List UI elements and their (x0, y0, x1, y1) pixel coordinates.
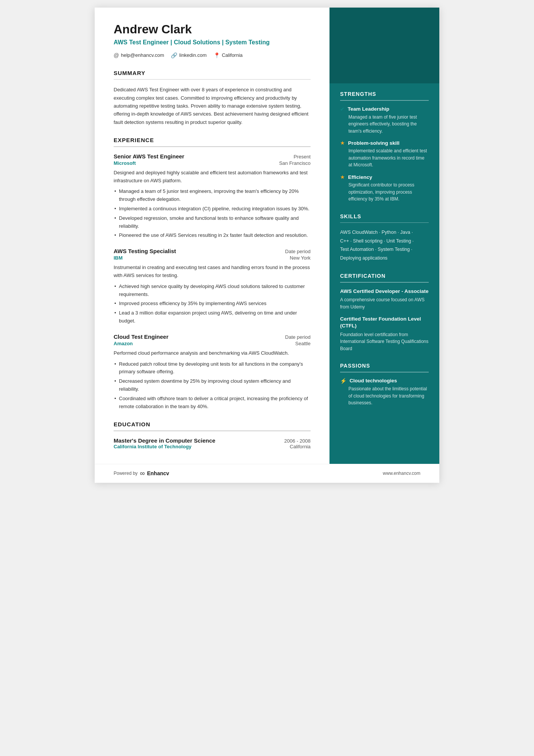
strength2-desc: Implemented scalable and efficient test … (340, 147, 429, 169)
email-icon: @ (114, 52, 119, 58)
header: Andrew Clark AWS Test Engineer | Cloud S… (114, 23, 311, 58)
email-contact: @ help@enhancv.com (114, 52, 164, 58)
education-title: EDUCATION (114, 421, 311, 427)
footer: Powered by ∞ Enhancv www.enhancv.com (95, 464, 439, 483)
cert-item-1: AWS Certified Developer - Associate A co… (340, 288, 429, 310)
strengths-divider (340, 100, 429, 101)
job3-desc: Performed cloud performance analysis and… (114, 349, 311, 357)
cert1-desc: A comprehensive course focused on AWS fr… (340, 296, 429, 310)
left-column: Andrew Clark AWS Test Engineer | Cloud S… (95, 8, 329, 483)
skills-line-1: AWS CloudWatch · Python · Java · (340, 230, 413, 235)
job2-location: New York (290, 255, 311, 261)
skills-title: SKILLS (340, 213, 429, 219)
job2-bullets: Achieved high service quality by develop… (114, 283, 311, 325)
skills-divider (340, 222, 429, 223)
cert2-desc: Foundation level certification from Inte… (340, 331, 429, 352)
cert-item-2: Certified Tester Foundation Level (CTFL)… (340, 316, 429, 352)
experience-title: EXPERIENCE (114, 137, 311, 143)
skills-line-3: Test Automation · System Testing · (340, 247, 412, 252)
location-icon: 📍 (214, 52, 220, 58)
job1-company: Microsoft (114, 160, 136, 166)
location-contact: 📍 California (214, 52, 243, 58)
strength-item-2: ★ Problem-solving skill Implemented scal… (340, 140, 429, 169)
job2-title: AWS Testing Specialist (114, 248, 176, 254)
candidate-name: Andrew Clark (114, 23, 311, 36)
location-value: California (222, 52, 243, 58)
job1-desc: Designed and deployed highly scalable an… (114, 169, 311, 185)
job-entry-1: Senior AWS Test Engineer Present Microso… (114, 153, 311, 239)
experience-divider (114, 146, 311, 147)
certification-section: CERTIFICATION AWS Certified Developer - … (340, 273, 429, 352)
strength2-title-row: ★ Problem-solving skill (340, 140, 429, 146)
job1-bullets: Managed a team of 5 junior test engineer… (114, 188, 311, 239)
strength-item-1: ✔ Team Leadership Managed a team of five… (340, 106, 429, 135)
brand-name: Enhancv (147, 470, 169, 476)
edu1-header-row: Master's Degree in Computer Science 2006… (114, 437, 311, 444)
education-divider (114, 430, 311, 431)
footer-url: www.enhancv.com (383, 471, 420, 476)
experience-section: EXPERIENCE Senior AWS Test Engineer Pres… (114, 137, 311, 410)
job3-title: Cloud Test Engineer (114, 333, 169, 340)
powered-by-label: Powered by (114, 471, 137, 476)
job-entry-2: AWS Testing Specialist Date period IBM N… (114, 248, 311, 325)
passion1-title: Cloud technologies (350, 378, 397, 383)
strength1-title-row: ✔ Team Leadership (340, 106, 429, 112)
edu1-school-row: California Institute of Technology Calif… (114, 444, 311, 449)
linkedin-contact: 🔗 linkedin.com (171, 52, 206, 58)
job2-header-row: AWS Testing Specialist Date period (114, 248, 311, 254)
job3-date: Date period (285, 334, 311, 340)
job-entry-3: Cloud Test Engineer Date period Amazon S… (114, 333, 311, 411)
cert2-title: Certified Tester Foundation Level (CTFL) (340, 316, 429, 329)
edu1-years: 2006 - 2008 (284, 438, 311, 444)
star-icon-2: ★ (340, 174, 345, 180)
strength2-title: Problem-solving skill (348, 140, 400, 146)
strength1-desc: Managed a team of five junior test engin… (340, 114, 429, 135)
job3-company: Amazon (114, 341, 133, 346)
star-icon-1: ★ (340, 140, 345, 146)
edu1-school: California Institute of Technology (114, 444, 192, 449)
edu1-degree: Master's Degree in Computer Science (114, 437, 215, 444)
passions-title: PASSIONS (340, 363, 429, 369)
job1-company-row: Microsoft San Francisco (114, 160, 311, 166)
certification-divider (340, 282, 429, 283)
job2-desc: Instrumental in creating and executing t… (114, 264, 311, 280)
education-section: EDUCATION Master's Degree in Computer Sc… (114, 421, 311, 449)
certification-title: CERTIFICATION (340, 273, 429, 279)
job1-date: Present (294, 154, 311, 160)
job1-bullet-4: Pioneered the use of AWS Services result… (114, 232, 311, 239)
contact-row: @ help@enhancv.com 🔗 linkedin.com 📍 Cali… (114, 52, 311, 58)
job2-bullet-3: Lead a 3 million dollar expansion projec… (114, 309, 311, 325)
job1-bullet-1: Managed a team of 5 junior test engineer… (114, 188, 311, 203)
passions-divider (340, 372, 429, 373)
job1-bullet-2: Implemented a continuous integration (CI… (114, 205, 311, 213)
footer-left: Powered by ∞ Enhancv (114, 470, 169, 477)
summary-divider (114, 79, 311, 80)
email-value: help@enhancv.com (121, 52, 164, 58)
job2-date: Date period (285, 249, 311, 254)
strength-item-3: ★ Efficiency Significant contributor to … (340, 174, 429, 203)
resume-wrapper: Andrew Clark AWS Test Engineer | Cloud S… (95, 8, 439, 483)
strength1-title: Team Leadership (348, 106, 389, 112)
job2-company: IBM (114, 255, 123, 261)
skills-line-2: C++ · Shell scripting · Unit Testing · (340, 238, 414, 244)
edu-entry-1: Master's Degree in Computer Science 2006… (114, 437, 311, 449)
job3-bullet-2: Decreased system downtime by 25% by impr… (114, 377, 311, 393)
linkedin-icon: 🔗 (171, 52, 177, 58)
summary-title: SUMMARY (114, 70, 311, 76)
skills-section: SKILLS AWS CloudWatch · Python · Java · … (340, 213, 429, 263)
strength3-title-row: ★ Efficiency (340, 174, 429, 180)
passion1-title-row: ⚡ Cloud technologies (340, 378, 429, 384)
passion-item-1: ⚡ Cloud technologies Passionate about th… (340, 378, 429, 407)
job3-bullets: Reduced patch rollout time by developing… (114, 360, 311, 411)
job2-company-row: IBM New York (114, 255, 311, 261)
check-icon-1: ✔ (340, 106, 345, 112)
job1-title: Senior AWS Test Engineer (114, 153, 184, 160)
job3-company-row: Amazon Seattle (114, 341, 311, 346)
strength3-desc: Significant contributor to process optim… (340, 182, 429, 203)
passion-icon-1: ⚡ (340, 378, 347, 384)
candidate-title: AWS Test Engineer | Cloud Solutions | Sy… (114, 38, 311, 47)
skills-text: AWS CloudWatch · Python · Java · C++ · S… (340, 228, 429, 262)
job3-location: Seattle (295, 341, 311, 346)
enhancv-logo-icon: ∞ (140, 470, 145, 477)
job2-bullet-1: Achieved high service quality by develop… (114, 283, 311, 299)
